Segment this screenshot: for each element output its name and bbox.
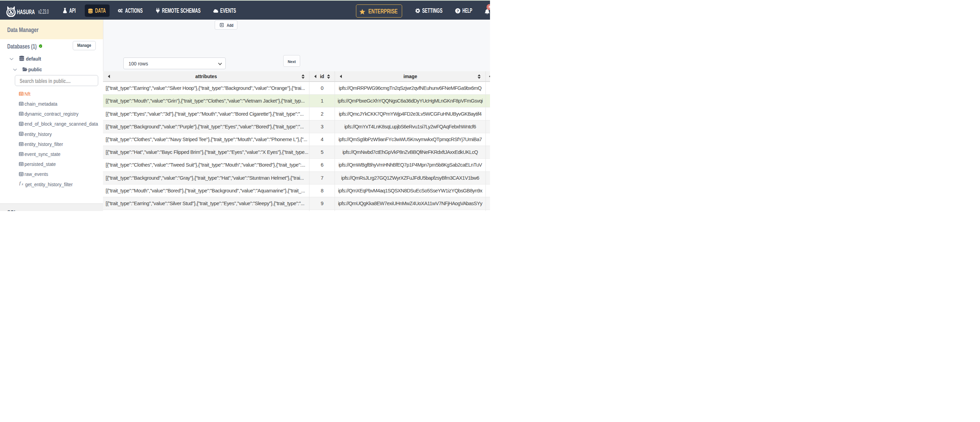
svg-text:x: x: [21, 182, 24, 186]
svg-text:f: f: [19, 181, 21, 186]
svg-text:HASURA: HASURA: [17, 8, 35, 16]
svg-text:EVENTS: EVENTS: [220, 7, 236, 14]
svg-text:?: ?: [456, 9, 459, 13]
svg-text:SETTINGS: SETTINGS: [422, 7, 442, 14]
svg-text:DATA: DATA: [95, 7, 106, 14]
svg-text:API: API: [69, 7, 76, 14]
svg-text:REMOTE SCHEMAS: REMOTE SCHEMAS: [162, 7, 200, 14]
svg-text:HELP: HELP: [463, 7, 473, 14]
svg-text:ENTERPRISE: ENTERPRISE: [368, 8, 398, 15]
svg-text:ACTIONS: ACTIONS: [125, 7, 143, 14]
svg-text:v2.23.0: v2.23.0: [38, 8, 49, 15]
